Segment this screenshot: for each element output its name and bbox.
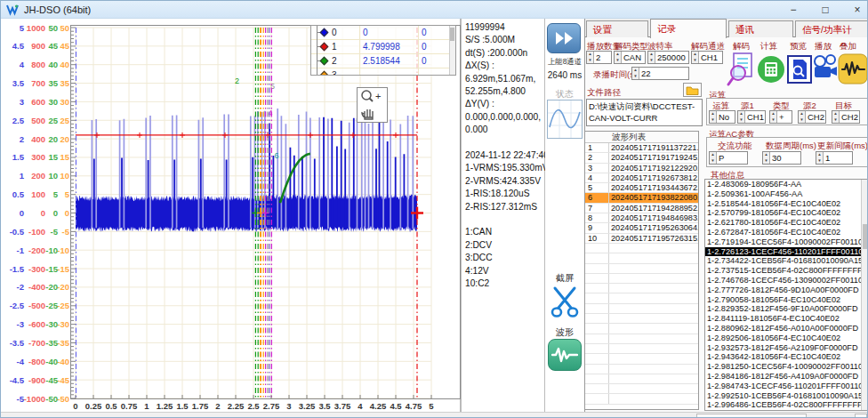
waveform-list-row[interactable] <box>585 365 698 374</box>
waveform-list-row[interactable] <box>585 253 698 263</box>
waveform-list-row[interactable] <box>585 314 698 324</box>
fast-forward-button[interactable] <box>547 23 581 53</box>
waveform-list-row[interactable] <box>585 344 698 354</box>
tab-signal-power[interactable]: 信号/功率计 <box>795 20 868 37</box>
waveform-list-row[interactable]: 72024051717194288952.j <box>585 204 698 213</box>
other-info-row[interactable]: 1-2.790058-181056F4-EC10C40E02 <box>705 295 868 305</box>
waveform-list-row[interactable] <box>585 354 698 364</box>
waveform-export-button[interactable] <box>548 339 582 371</box>
waveform-list-row[interactable] <box>585 324 698 334</box>
waveform-list-row[interactable]: 92024051717195263064.j <box>585 223 698 233</box>
minimize-button[interactable]: − <box>787 4 800 16</box>
other-info-row[interactable]: 1-2.892506-181056F4-EC10C40E02 <box>705 334 868 343</box>
browse-folder-button[interactable] <box>683 83 702 97</box>
other-info-row[interactable]: 1-2.984743-1CECF456-110201FFFF001100 <box>705 382 868 391</box>
update-interval-spinner[interactable]: ▲▼1 <box>816 151 853 165</box>
other-info-row[interactable]: 1-2.932573-1812F456-A2109F0F0000FD <box>705 343 868 353</box>
spinner-arrows[interactable]: ▲▼ <box>738 111 745 123</box>
channel-legend[interactable]: 00014.799998022.51854403 <box>310 25 456 76</box>
other-info-row[interactable]: 1-2.829352-1812F456-9F10A00F0000FD <box>705 304 868 314</box>
op-type-spinner[interactable]: ▲▼+ <box>769 110 792 124</box>
op-source2-spinner[interactable]: ▲▼CH2 <box>798 110 826 124</box>
other-info-row[interactable]: 1-2.943642-181056F4-EC10C40E02 <box>705 352 868 362</box>
spinner-arrows[interactable]: ▲▼ <box>763 152 770 164</box>
legend-row[interactable]: 3 <box>311 68 455 76</box>
other-info-row[interactable]: 1-2.672847-181056F4-EC10C40E02 <box>705 228 868 237</box>
ac-function-spinner[interactable]: ▲▼P <box>709 151 748 165</box>
spinner-arrows[interactable]: ▲▼ <box>587 52 594 63</box>
other-info-row[interactable]: 1-2.841119-181056F4-EC10C40E02 <box>705 314 868 324</box>
spinner-arrows[interactable]: ▲▼ <box>770 111 777 123</box>
tab-record[interactable]: 记录 <box>650 19 727 38</box>
op-source1-spinner[interactable]: ▲▼CH1 <box>737 110 766 124</box>
tab-comm[interactable]: 通讯 <box>728 20 793 37</box>
legend-scrollbar[interactable] <box>449 26 455 75</box>
tab-settings[interactable]: 设置 <box>586 20 648 37</box>
other-info-row[interactable]: 1-2.509361-100AF456-AA <box>705 189 868 199</box>
waveform-list-row[interactable]: 12024051717191137221.j <box>585 143 698 153</box>
other-info-scrollbar[interactable] <box>861 180 868 410</box>
waveform-list-row[interactable]: 52024051717193443672.j <box>585 183 698 193</box>
other-info-row[interactable]: 1-2.726123-1CECF456-110201FFFF001100 <box>705 247 868 257</box>
spinner-arrows[interactable]: ▲▼ <box>710 111 717 123</box>
baud-rate-spinner[interactable]: ▲▼250000 <box>647 51 689 64</box>
waveform-list-row[interactable] <box>585 284 698 293</box>
oscilloscope-canvas[interactable]: 2456 <box>70 25 461 399</box>
waveform-list-row[interactable] <box>585 293 698 303</box>
other-info-row[interactable]: 1-2.880962-1812F456-A010A00F0000FD <box>705 324 868 334</box>
legend-row[interactable]: 22.5185440 <box>311 54 455 68</box>
scissors-icon[interactable] <box>549 285 581 318</box>
resize-grip[interactable] <box>855 414 867 418</box>
waveform-list-row[interactable]: 102024051717195726315.j <box>585 234 698 244</box>
spinner-arrows[interactable]: ▲▼ <box>710 152 717 164</box>
legend-row[interactable]: 000 <box>311 26 455 40</box>
waveform-list-row[interactable] <box>585 384 698 394</box>
h-scrollbar[interactable] <box>696 414 807 418</box>
spinner-arrows[interactable]: ▲▼ <box>632 68 639 79</box>
other-info-row[interactable]: 1-2.992510-1CEB56F4-016810010090A15A <box>705 391 868 401</box>
other-info-row[interactable]: 1-2.777726-1812F456-9D10A00F0000FD <box>705 285 868 295</box>
waveform-list-row[interactable] <box>585 264 698 274</box>
waveform-list-table[interactable]: 波形列表12024051717191137221.j22024051717191… <box>585 131 699 410</box>
preview-button[interactable] <box>787 52 812 87</box>
other-info-row[interactable]: 1-2.996486-1CEB56F4-02C800FFFFFFFFFF <box>705 400 868 410</box>
other-info-row[interactable]: 1-2.483069-180956F4-AA <box>705 180 868 189</box>
other-info-row[interactable]: 1-2.984186-1812F456-A4109A0F0000FD <box>705 372 868 382</box>
record-time-spinner[interactable]: ▲▼22 <box>631 67 689 80</box>
other-info-row[interactable]: 1-2.734422-1CEB56F4-016810010090A15A <box>705 256 868 266</box>
waveform-list-row[interactable]: 32024051717192122920.j <box>585 164 698 173</box>
other-info-row[interactable]: 1-2.746768-1CECF456-13090002FF001100 <box>705 276 868 285</box>
waveform-list-row[interactable]: 42024051717192673812.j <box>585 173 698 183</box>
waveform-list-row[interactable]: 82024051717194846983.j <box>585 213 698 223</box>
waveform-list-row[interactable] <box>585 274 698 284</box>
legend-row[interactable]: 14.7999980 <box>311 40 455 54</box>
maximize-button[interactable]: □ <box>819 4 832 16</box>
spinner-arrows[interactable]: ▲▼ <box>615 52 622 63</box>
other-info-row[interactable]: 1-2.570799-181056F4-EC10C40E02 <box>705 208 868 218</box>
op-mode-spinner[interactable]: ▲▼No <box>709 110 735 124</box>
waveform-list-row[interactable] <box>585 244 698 253</box>
waveform-list-row[interactable] <box>585 304 698 314</box>
other-info-row[interactable]: 1-2.981250-1CEC56F4-10090002FF001100 <box>705 362 868 372</box>
spinner-arrows[interactable]: ▲▼ <box>832 111 840 123</box>
waveform-list-row[interactable] <box>585 334 698 344</box>
spinner-arrows[interactable]: ▲▼ <box>816 152 824 164</box>
close-button[interactable]: × <box>851 4 864 16</box>
waveform-list-row[interactable] <box>585 394 698 404</box>
decode-channel-spinner[interactable]: ▲▼CH1 <box>691 51 723 64</box>
op-target-spinner[interactable]: ▲▼CH2 <box>832 110 860 124</box>
decode-type-spinner[interactable]: ▲▼CAN <box>614 51 646 64</box>
overlay-button[interactable] <box>838 52 868 87</box>
play-count-spinner[interactable]: ▲▼2 <box>586 51 612 64</box>
waveform-list-row[interactable] <box>585 374 698 384</box>
other-info-row[interactable]: 1-2.737515-1CEB56F4-02C800FFFFFFFFFF <box>705 266 868 276</box>
spinner-arrows[interactable]: ▲▼ <box>648 52 655 63</box>
waveform-list-row[interactable]: 62024051717193822080.j <box>585 193 698 203</box>
waveform-list-row[interactable]: 22024051717191719245.j <box>585 153 698 163</box>
file-path-value[interactable]: D:\快速访问资料\DCCTEST-CAN-VOLT-CURR <box>586 99 703 126</box>
data-period-spinner[interactable]: ▲▼30 <box>762 151 801 165</box>
decode-button[interactable] <box>727 52 756 87</box>
other-info-row[interactable]: 1-2.719194-1CEC56F4-10090002FF001100 <box>705 237 868 247</box>
play-record-button[interactable] <box>812 52 838 87</box>
other-info-row[interactable]: 1-2.518544-181056F4-EC10C40E02 <box>705 199 868 209</box>
